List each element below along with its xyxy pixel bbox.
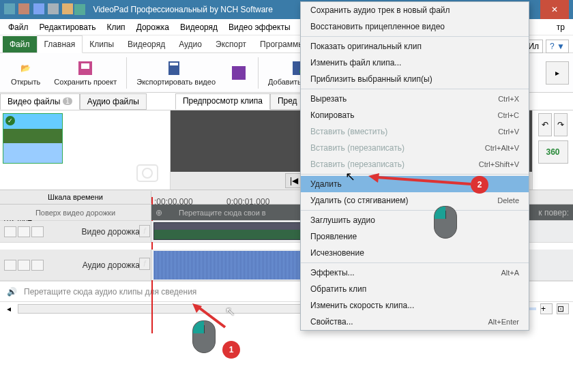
overlay-hint: Перетащите сюда свои в — [179, 209, 266, 217]
tab-preview-clip[interactable]: Предпросмотр клипа — [175, 93, 270, 110]
export-video-button[interactable]: Экспортировать видео — [136, 60, 216, 86]
export-icon — [166, 60, 186, 76]
fx-icon[interactable] — [31, 260, 44, 271]
preview-side: ↶ ↷ 360 — [532, 110, 573, 190]
svg-rect-3 — [170, 63, 178, 65]
qa-icon[interactable] — [4, 3, 15, 14]
ctx-item: Вставить (перезаписать)Ctrl+Alt+V — [301, 140, 529, 156]
qa-icon[interactable] — [18, 3, 29, 14]
open-button[interactable]: 📂 Открыть — [11, 60, 40, 86]
zoom-fit-button[interactable]: ⊡ — [557, 303, 569, 314]
folder-icon: 📂 — [16, 60, 35, 76]
plus-icon[interactable]: ⊕ — [156, 208, 162, 217]
menu-sequence[interactable]: Видеоряд — [175, 20, 223, 34]
separator — [126, 57, 127, 89]
help-icon[interactable]: ? ▼ — [546, 40, 569, 53]
mute-icon[interactable] — [4, 226, 16, 237]
fx-icon[interactable] — [18, 226, 30, 237]
ctx-item[interactable]: Восстановить прицепленное видео — [301, 18, 529, 35]
svg-rect-8 — [137, 165, 158, 181]
svg-line-12 — [377, 177, 471, 184]
tab-video-files[interactable]: Видео файлы 1 — [0, 93, 80, 110]
close-button[interactable]: ✕ — [540, 0, 569, 19]
ctx-item[interactable]: Проявление — [301, 228, 529, 245]
context-menu: Сохранить аудио трек в новый файлВосстан… — [300, 1, 529, 331]
audio-track-buttons — [4, 260, 44, 271]
menu-track[interactable]: Дорожка — [131, 20, 175, 34]
arrow-2 — [368, 176, 478, 212]
cursor-icon: ↖ — [345, 169, 355, 184]
video-track-buttons — [4, 226, 44, 237]
ctx-item[interactable]: КопироватьCtrl+C — [301, 107, 529, 123]
fx-button[interactable]: f — [139, 225, 150, 237]
floppy-icon — [76, 60, 95, 76]
ctx-item[interactable]: Обратить клип — [301, 281, 529, 297]
qa-icon[interactable] — [33, 3, 44, 14]
scroll-left[interactable]: ◂ — [4, 304, 14, 314]
tab-file[interactable]: Файл — [3, 36, 37, 52]
rotate-ccw-button[interactable]: ↶ — [538, 113, 552, 136]
ctx-item[interactable]: Исчезновение — [301, 245, 529, 261]
svg-point-9 — [143, 168, 152, 178]
clip-thumbnail[interactable] — [3, 113, 63, 164]
quick-access — [4, 3, 74, 16]
svg-rect-4 — [232, 66, 246, 80]
ctx-item: Вставить (вместить)Ctrl+V — [301, 123, 529, 140]
tab-audio-files[interactable]: Аудио файлы — [80, 93, 147, 110]
lock-icon[interactable] — [31, 226, 44, 237]
solo-icon[interactable] — [18, 260, 30, 271]
ctx-item[interactable]: Сохранить аудио трек в новый файл — [301, 2, 529, 18]
callout-2: 2 — [471, 176, 488, 194]
camera-watermark-icon — [65, 113, 167, 187]
app-icon — [74, 4, 85, 15]
ctx-item[interactable]: Показать оригинальный клип — [301, 38, 529, 55]
cursor-icon: ↖ — [225, 304, 235, 319]
export-save-button[interactable] — [229, 65, 248, 81]
tab-export[interactable]: Экспорт — [209, 36, 253, 52]
mix-hint: Перетащите сюда аудио клипы для сведения — [24, 287, 196, 297]
audio-track-label: Аудио дорожка 1 — [0, 250, 151, 280]
speaker-icon: 🔊 — [7, 287, 17, 297]
ctx-item[interactable]: Свойства...Alt+Enter — [301, 314, 529, 330]
scale-label: Шкала времени — [0, 191, 151, 203]
tab-audio[interactable]: Аудио — [172, 36, 209, 52]
help-area: Ил ? ▼ — [524, 40, 569, 53]
tab-clips[interactable]: Клипы — [83, 36, 121, 52]
qa-icon[interactable] — [62, 3, 73, 14]
callout-1: 1 — [222, 341, 240, 359]
separator — [258, 57, 259, 89]
video-track-label: Видео дорожка 1 — [0, 221, 151, 242]
mouse-icon — [192, 320, 216, 353]
ctx-item[interactable]: Изменить файл клипа... — [301, 55, 529, 71]
fx-button[interactable]: f — [139, 258, 150, 270]
menu-extra[interactable]: тр — [551, 20, 570, 34]
ctx-item[interactable]: Заглушить аудио — [301, 212, 529, 228]
count-badge: 1 — [63, 97, 72, 105]
ctx-item[interactable]: Изменить скорость клипа... — [301, 297, 529, 314]
mouse-icon — [434, 206, 457, 239]
qa-icon[interactable] — [48, 3, 59, 14]
svg-rect-1 — [81, 63, 89, 69]
menu-clip[interactable]: Клип — [101, 20, 130, 34]
clip-bin[interactable]: 702.mp4 — [0, 110, 171, 190]
floppy2-icon — [229, 65, 248, 81]
ribbon-right: ▸ — [546, 61, 569, 85]
save-project-button[interactable]: Сохранить проект — [54, 60, 117, 86]
menu-file[interactable]: Файл — [3, 20, 34, 34]
overlay-label: Поверх видео дорожки — [0, 205, 151, 220]
tab-preview-2[interactable]: Пред — [270, 93, 305, 110]
rotate-cw-button[interactable]: ↷ — [554, 113, 568, 136]
ctx-item: Вставить (перезаписать)Ctrl+Shift+V — [301, 156, 529, 172]
menu-edit[interactable]: Редактировать — [34, 20, 102, 34]
menu-effects[interactable]: Видео эффекты — [223, 20, 295, 34]
ctx-item[interactable]: Эффекты...Alt+A — [301, 265, 529, 281]
ribbon-more-button[interactable]: ▸ — [546, 61, 569, 85]
360-button[interactable]: 360 — [538, 140, 568, 164]
tab-sequence[interactable]: Видеоряд — [121, 36, 172, 52]
ctx-item[interactable]: Приблизить выбранный клип(ы) — [301, 71, 529, 87]
ctx-item[interactable]: ВырезатьCtrl+X — [301, 91, 529, 107]
mute-icon[interactable] — [4, 260, 16, 271]
tab-home[interactable]: Главная — [37, 35, 83, 53]
zoom-in-button[interactable]: + — [540, 303, 553, 314]
